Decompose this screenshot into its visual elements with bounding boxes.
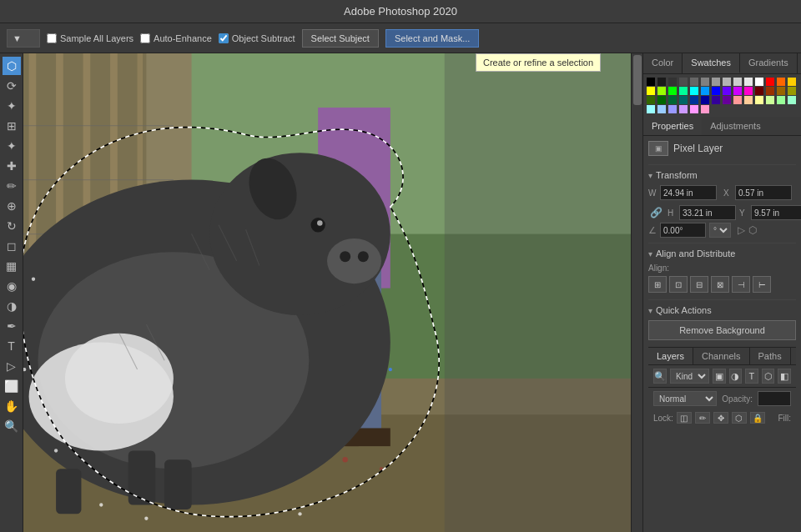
opacity-input[interactable] [758, 391, 791, 406]
color-swatch[interactable] [668, 96, 677, 104]
color-swatch[interactable] [668, 105, 677, 113]
lock-artboard-btn[interactable]: ⬡ [732, 412, 747, 424]
scrollbar-thumb[interactable] [633, 55, 642, 105]
tool-options-dropdown[interactable]: ▼ [7, 29, 40, 48]
align-top-btn[interactable]: ⊠ [711, 276, 729, 293]
color-swatch[interactable] [788, 96, 796, 104]
color-swatch[interactable] [777, 96, 785, 104]
tab-layers[interactable]: Layers [648, 348, 693, 364]
color-swatch[interactable] [690, 96, 698, 104]
pen-tool-icon[interactable]: ✒ [3, 317, 21, 335]
canvas-wrapper[interactable] [23, 53, 631, 532]
tab-gradients[interactable]: Gradients [740, 53, 798, 73]
lock-transparent-btn[interactable]: ◫ [677, 412, 692, 424]
color-swatch[interactable] [723, 78, 731, 86]
magic-wand-icon[interactable]: ✦ [3, 97, 21, 115]
history-brush-icon[interactable]: ↻ [3, 217, 21, 235]
brush-tool-icon[interactable]: ✏ [3, 177, 21, 195]
align-center-h-btn[interactable]: ⊡ [669, 276, 688, 293]
layer-kind-select[interactable]: Kind [670, 369, 709, 384]
color-swatch[interactable] [690, 105, 698, 113]
color-swatch[interactable] [647, 105, 655, 113]
blur-tool-icon[interactable]: ◉ [3, 277, 21, 295]
color-swatch[interactable] [647, 87, 655, 95]
remove-background-button[interactable]: Remove Background [648, 320, 796, 340]
hand-tool-icon[interactable]: ✋ [3, 397, 21, 415]
gradient-tool-icon[interactable]: ▦ [3, 257, 21, 275]
color-swatch[interactable] [766, 87, 774, 95]
color-swatch[interactable] [712, 78, 720, 86]
color-swatch[interactable] [690, 87, 698, 95]
transform-collapse-arrow[interactable]: ▾ [648, 171, 652, 180]
color-swatch[interactable] [744, 78, 753, 86]
filter-toggle-btn[interactable]: 🔍 [653, 369, 667, 384]
color-swatch[interactable] [647, 96, 655, 104]
color-swatch[interactable] [744, 87, 753, 95]
align-collapse-arrow[interactable]: ▾ [648, 249, 652, 258]
blend-mode-select[interactable]: Normal [653, 391, 717, 406]
tab-color[interactable]: Color [643, 53, 683, 73]
color-swatch[interactable] [647, 78, 655, 86]
sample-all-layers-checkbox[interactable]: Sample All Layers [47, 33, 134, 43]
color-swatch[interactable] [755, 87, 763, 95]
color-swatch[interactable] [723, 96, 731, 104]
link-proportions-icon[interactable]: 🔗 [648, 205, 664, 220]
color-swatch[interactable] [690, 78, 698, 86]
tab-swatches[interactable]: Swatches [683, 53, 740, 73]
color-swatch[interactable] [657, 105, 666, 113]
color-swatch[interactable] [777, 78, 785, 86]
selection-tool-icon[interactable]: ⬡ [3, 57, 21, 75]
color-swatch[interactable] [657, 96, 666, 104]
lock-image-btn[interactable]: ✏ [695, 412, 710, 424]
color-swatch[interactable] [668, 87, 677, 95]
tab-adjustments[interactable]: Adjustments [702, 117, 769, 135]
color-swatch[interactable] [657, 87, 666, 95]
color-swatch[interactable] [712, 87, 720, 95]
tab-channels[interactable]: Channels [693, 348, 749, 364]
heal-brush-icon[interactable]: ✚ [3, 157, 21, 175]
object-subtract-checkbox[interactable]: Object Subtract [219, 33, 295, 43]
sample-all-layers-input[interactable] [47, 33, 57, 43]
lock-all-btn[interactable]: 🔒 [750, 412, 765, 424]
color-swatch[interactable] [679, 96, 688, 104]
color-swatch[interactable] [766, 96, 774, 104]
quick-actions-arrow[interactable]: ▾ [648, 306, 652, 315]
color-swatch[interactable] [712, 96, 720, 104]
color-swatch[interactable] [657, 78, 666, 86]
object-subtract-input[interactable] [219, 33, 229, 43]
dodge-tool-icon[interactable]: ◑ [3, 297, 21, 315]
angle-dropdown[interactable]: ° [709, 223, 731, 238]
canvas-scrollbar[interactable] [631, 53, 642, 532]
x-input[interactable] [735, 185, 792, 200]
align-bottom-btn[interactable]: ⊢ [753, 276, 771, 293]
color-swatch[interactable] [679, 78, 688, 86]
color-swatch[interactable] [766, 78, 774, 86]
lock-position-btn[interactable]: ✥ [713, 412, 728, 424]
select-and-mask-button[interactable]: Select and Mask... [385, 29, 480, 48]
color-swatch[interactable] [679, 105, 688, 113]
layer-filter-smart-btn[interactable]: ◧ [778, 369, 791, 384]
crop-tool-icon[interactable]: ⊞ [3, 117, 21, 135]
lasso-tool-icon[interactable]: ⟳ [3, 77, 21, 95]
color-swatch[interactable] [701, 96, 709, 104]
color-swatch[interactable] [788, 87, 796, 95]
select-subject-button[interactable]: Select Subject [302, 29, 379, 48]
auto-enhance-checkbox[interactable]: Auto-Enhance [140, 33, 212, 43]
align-right-btn[interactable]: ⊟ [690, 276, 708, 293]
layer-filter-type-btn[interactable]: T [745, 369, 758, 384]
color-swatch[interactable] [701, 105, 709, 113]
color-swatch[interactable] [701, 87, 709, 95]
path-select-icon[interactable]: ▷ [3, 357, 21, 375]
layer-filter-pixel-btn[interactable]: ▣ [713, 369, 726, 384]
color-swatch[interactable] [701, 78, 709, 86]
color-swatch[interactable] [733, 87, 742, 95]
clone-stamp-icon[interactable]: ⊕ [3, 197, 21, 215]
y-input[interactable] [751, 205, 801, 220]
tab-paths[interactable]: Paths [750, 348, 791, 364]
shape-tool-icon[interactable]: ⬜ [3, 377, 21, 395]
align-center-v-btn[interactable]: ⊣ [732, 276, 750, 293]
eraser-tool-icon[interactable]: ◻ [3, 237, 21, 255]
angle-input[interactable] [660, 223, 706, 238]
height-input[interactable] [679, 205, 736, 220]
text-tool-icon[interactable]: T [3, 337, 21, 355]
